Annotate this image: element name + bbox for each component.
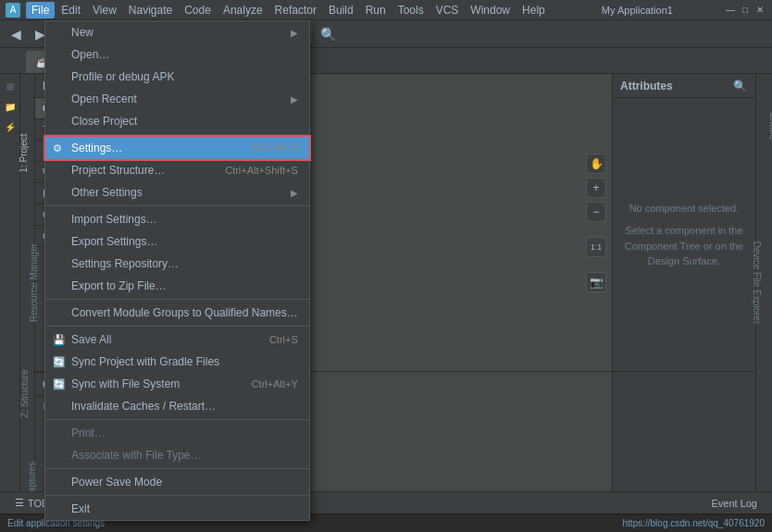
settings-menu-icon: ⚙	[53, 142, 62, 155]
convert-module-item-label: Convert Module Groups to Qualified Names…	[71, 306, 298, 319]
menu-edit[interactable]: Edit	[56, 2, 86, 19]
menu-navigate[interactable]: Navigate	[123, 2, 178, 19]
menu-item-settings-repository[interactable]: Settings Repository…	[45, 253, 309, 275]
menu-run[interactable]: Run	[360, 2, 392, 19]
canvas-ratio-icon[interactable]: 1:1	[586, 237, 606, 257]
menu-item-sync-filesystem[interactable]: 🔄 Sync with File System Ctrl+Alt+Y	[45, 373, 309, 395]
close-project-item-label: Close Project	[71, 115, 137, 128]
attributes-search-icon[interactable]: 🔍	[731, 78, 748, 94]
save-all-shortcut: Ctrl+S	[269, 334, 298, 345]
sidebar-icon-3[interactable]: ⚡	[2, 118, 19, 135]
menu-item-convert-module[interactable]: Convert Module Groups to Qualified Names…	[45, 302, 309, 324]
menu-refactor[interactable]: Refactor	[269, 2, 322, 19]
menu-window[interactable]: Window	[465, 2, 516, 19]
menu-sep-3	[45, 299, 309, 300]
menu-item-profile-debug[interactable]: Profile or debug APK	[45, 66, 309, 88]
sidebar-label-device-file[interactable]: Device File Explorer	[752, 241, 762, 324]
maximize-button[interactable]: □	[739, 4, 752, 17]
menu-sep-2	[45, 205, 309, 206]
app-title: My Application1	[551, 5, 724, 16]
canvas-move-icon[interactable]: ✋	[586, 154, 606, 174]
attributes-title: Attributes	[620, 80, 728, 93]
menu-item-project-structure[interactable]: Project Structure… Ctrl+Alt+Shift+S	[45, 159, 309, 181]
canvas-zoom-in-icon[interactable]: +	[586, 178, 606, 198]
menu-item-invalidate[interactable]: Invalidate Caches / Restart…	[45, 395, 309, 417]
toolbar-separator-4	[311, 26, 312, 43]
file-dropdown-menu: New ▶ Open… Profile or debug APK Open Re…	[44, 20, 310, 521]
menu-vcs[interactable]: VCS	[430, 2, 465, 19]
toolbar-back-button[interactable]: ◀	[6, 24, 26, 44]
sidebar-label-structure[interactable]: Z: Structure	[19, 369, 30, 417]
canvas-zoom-out-icon[interactable]: −	[586, 202, 606, 222]
event-log-tab[interactable]: Event Log	[704, 496, 765, 511]
associate-item-label: Associate with File Type…	[71, 449, 202, 462]
left-panel-labels: 1: Project Resource Manager Z: Structure…	[20, 74, 35, 491]
menu-item-exit[interactable]: Exit	[45, 498, 309, 520]
menu-item-sync-gradle[interactable]: 🔄 Sync Project with Gradle Files	[45, 351, 309, 373]
invalidate-item-label: Invalidate Caches / Restart…	[71, 400, 216, 413]
menu-item-export-settings[interactable]: Export Settings…	[45, 230, 309, 253]
url-text: https://blog.csdn.net/qq_40761920	[623, 518, 765, 528]
sidebar-icon-2[interactable]: 📁	[2, 98, 19, 115]
sidebar-label-gradle[interactable]: Gradle	[767, 111, 772, 139]
power-save-item-label: Power Save Mode	[71, 476, 162, 489]
menu-help[interactable]: Help	[517, 2, 551, 19]
app-icon: A	[6, 3, 20, 18]
attributes-panel: Attributes 🔍 No component selected. Sele…	[612, 74, 755, 371]
sync-gradle-icon: 🔄	[53, 356, 66, 368]
exit-item-label: Exit	[71, 502, 90, 515]
canvas-screenshot-icon[interactable]: 📷	[586, 272, 606, 292]
menu-item-other-settings[interactable]: Other Settings ▶	[45, 181, 309, 204]
sync-filesystem-shortcut: Ctrl+Alt+Y	[252, 378, 298, 390]
menu-item-save-all[interactable]: 💾 Save All Ctrl+S	[45, 328, 309, 351]
sidebar-icon-1[interactable]: ⊞	[2, 78, 19, 94]
sidebar-label-project[interactable]: 1: Project	[19, 133, 29, 172]
window-controls: — □ ✕	[724, 4, 766, 17]
menu-item-associate[interactable]: Associate with File Type…	[45, 444, 309, 466]
no-component-text: No component selected.	[629, 201, 740, 217]
menu-build[interactable]: Build	[323, 2, 359, 19]
menu-item-open[interactable]: Open…	[45, 43, 309, 66]
open-recent-arrow-icon: ▶	[291, 94, 298, 105]
menu-tools[interactable]: Tools	[392, 2, 430, 19]
right-sidebar: Gradle Device File Explorer	[755, 74, 772, 491]
search-everywhere-button[interactable]: 🔍	[318, 24, 338, 44]
sidebar-label-captures[interactable]: Layout Captures	[27, 462, 37, 491]
import-settings-item-label: Import Settings…	[71, 213, 157, 226]
export-settings-item-label: Export Settings…	[71, 235, 157, 248]
menu-item-print[interactable]: Print…	[45, 422, 309, 444]
attributes-bottom-area	[612, 372, 755, 491]
sync-filesystem-item-label: Sync with File System	[71, 377, 180, 390]
menu-item-open-recent[interactable]: Open Recent ▶	[45, 88, 309, 110]
menu-analyze[interactable]: Analyze	[218, 2, 268, 19]
menu-item-settings[interactable]: ⚙ Settings… Ctrl+Alt+S	[45, 137, 309, 159]
menu-item-export-zip[interactable]: Export to Zip File…	[45, 275, 309, 297]
menu-code[interactable]: Code	[179, 2, 217, 19]
menu-item-close-project[interactable]: Close Project	[45, 110, 309, 132]
attributes-header: Attributes 🔍	[613, 74, 755, 98]
new-arrow-icon: ▶	[291, 28, 298, 38]
menu-bar: File Edit View Navigate Code Analyze Ref…	[26, 2, 551, 19]
sync-gradle-item-label: Sync Project with Gradle Files	[71, 355, 219, 368]
menu-file[interactable]: File	[26, 2, 55, 19]
sidebar-label-resource[interactable]: Resource Manager	[29, 243, 39, 322]
new-item-label: New	[71, 26, 93, 39]
project-structure-item-label: Project Structure…	[71, 164, 165, 177]
open-item-label: Open…	[71, 48, 109, 61]
settings-item-label: Settings…	[71, 142, 122, 155]
menu-item-power-save[interactable]: Power Save Mode	[45, 471, 309, 493]
todo-icon: ☰	[15, 497, 24, 509]
other-settings-item-label: Other Settings	[71, 186, 143, 199]
menu-item-new[interactable]: New ▶	[45, 21, 309, 43]
settings-shortcut: Ctrl+Alt+S	[252, 142, 298, 154]
menu-sep-6	[45, 468, 309, 469]
other-settings-arrow-icon: ▶	[291, 188, 298, 198]
bottom-tab-event-log-label: Event Log	[711, 498, 757, 509]
menu-view[interactable]: View	[87, 2, 122, 19]
profile-debug-item-label: Profile or debug APK	[71, 70, 174, 83]
minimize-button[interactable]: —	[724, 4, 737, 17]
menu-sep-5	[45, 419, 309, 420]
attributes-content: No component selected. Select a componen…	[613, 98, 755, 371]
menu-item-import-settings[interactable]: Import Settings…	[45, 208, 309, 230]
close-button[interactable]: ✕	[753, 4, 766, 17]
